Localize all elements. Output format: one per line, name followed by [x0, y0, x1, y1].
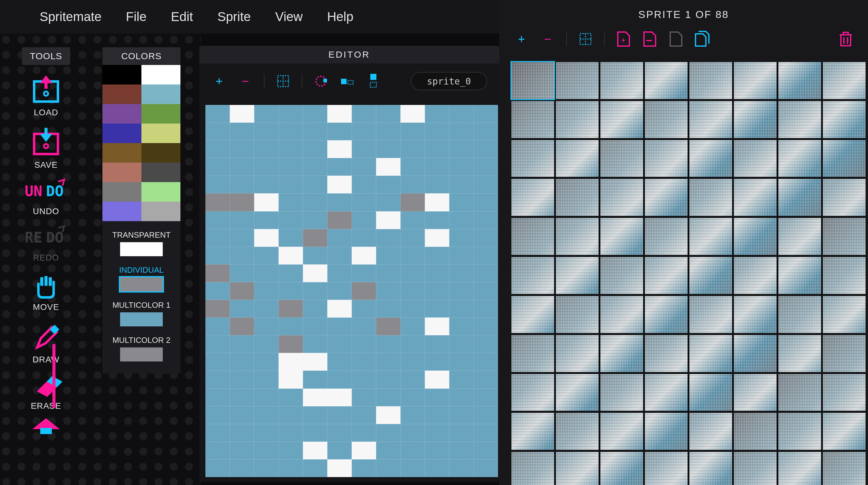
pixel[interactable]	[279, 317, 303, 335]
pixel[interactable]	[352, 264, 376, 282]
tool-undo[interactable]: UN DO UNDO	[22, 179, 70, 216]
pixel[interactable]	[401, 389, 425, 406]
pixel[interactable]	[254, 211, 279, 229]
new-sprite-button[interactable]: +	[616, 31, 631, 47]
pixel[interactable]	[206, 176, 230, 193]
pixel[interactable]	[254, 193, 279, 211]
pixel[interactable]	[352, 158, 376, 176]
pixel[interactable]	[425, 300, 449, 317]
pixel[interactable]	[376, 371, 401, 388]
sprite-tile[interactable]	[645, 413, 688, 450]
pixel[interactable]	[474, 176, 498, 193]
pixel[interactable]	[206, 229, 230, 247]
pixel[interactable]	[474, 317, 498, 335]
pixel[interactable]	[327, 335, 352, 353]
pixel[interactable]	[449, 406, 474, 424]
pixel[interactable]	[327, 158, 352, 176]
pixel[interactable]	[327, 105, 352, 123]
pixel[interactable]	[327, 229, 352, 247]
sprite-tile[interactable]	[600, 140, 643, 177]
sprite-tile[interactable]	[689, 140, 732, 177]
pixel[interactable]	[425, 282, 449, 300]
pixel[interactable]	[206, 389, 230, 406]
sprite-tile[interactable]	[823, 335, 866, 372]
sprite-tile[interactable]	[823, 257, 866, 294]
pixel[interactable]	[449, 229, 474, 247]
sprite-tile[interactable]	[645, 257, 688, 294]
sprite-tile[interactable]	[689, 296, 732, 333]
pixel[interactable]	[376, 176, 401, 193]
sprite-tile[interactable]	[823, 296, 866, 333]
pixel[interactable]	[206, 317, 230, 335]
pixel[interactable]	[254, 459, 279, 477]
pixel[interactable]	[303, 105, 327, 123]
pixel[interactable]	[376, 247, 401, 264]
pixel[interactable]	[230, 353, 254, 371]
shift-left-button[interactable]	[313, 74, 329, 89]
sprite-tile[interactable]	[778, 296, 821, 333]
grid-toggle-button[interactable]	[276, 74, 291, 89]
pixel[interactable]	[376, 389, 401, 406]
pixel[interactable]	[376, 193, 401, 211]
sprite-tile[interactable]	[556, 257, 598, 294]
pixel[interactable]	[401, 229, 425, 247]
pixel[interactable]	[279, 229, 303, 247]
pixel[interactable]	[303, 300, 327, 317]
pixel[interactable]	[206, 300, 230, 317]
pixel[interactable]	[303, 123, 327, 140]
pixel[interactable]	[401, 158, 425, 176]
pixel[interactable]	[230, 140, 254, 158]
pixel[interactable]	[376, 335, 401, 353]
pixel[interactable]	[474, 353, 498, 371]
palette-color-7[interactable]	[142, 123, 180, 143]
pixel[interactable]	[327, 371, 352, 388]
pixel[interactable]	[254, 424, 279, 442]
pixel[interactable]	[449, 264, 474, 282]
pixel[interactable]	[254, 317, 279, 335]
pixel[interactable]	[279, 406, 303, 424]
pixel[interactable]	[401, 424, 425, 442]
pixel[interactable]	[254, 105, 279, 123]
pixel[interactable]	[230, 247, 254, 264]
pixel[interactable]	[327, 140, 352, 158]
sprite-tile[interactable]	[778, 218, 821, 255]
pixel[interactable]	[449, 211, 474, 229]
pixel[interactable]	[279, 335, 303, 353]
pixel[interactable]	[352, 424, 376, 442]
sprite-tile[interactable]	[734, 101, 777, 138]
pixel[interactable]	[474, 389, 498, 406]
pixel[interactable]	[303, 247, 327, 264]
sprite-tile[interactable]	[556, 101, 598, 138]
pixel[interactable]	[425, 176, 449, 193]
pixel[interactable]	[206, 353, 230, 371]
pixel[interactable]	[303, 406, 327, 424]
pixel[interactable]	[206, 123, 230, 140]
pixel[interactable]	[327, 459, 352, 477]
menu-edit[interactable]: Edit	[171, 9, 193, 24]
sprite-tile[interactable]	[823, 452, 866, 485]
palette-color-5[interactable]	[142, 104, 180, 123]
pixel[interactable]	[279, 389, 303, 406]
pixel[interactable]	[303, 459, 327, 477]
sprite-tile[interactable]	[600, 413, 643, 450]
pixel[interactable]	[449, 176, 474, 193]
pixel[interactable]	[352, 247, 376, 264]
pixel[interactable]	[279, 442, 303, 459]
pixel[interactable]	[206, 282, 230, 300]
pixel[interactable]	[425, 317, 449, 335]
pixel[interactable]	[376, 229, 401, 247]
sprite-tile[interactable]	[778, 413, 821, 450]
pixel[interactable]	[474, 158, 498, 176]
pixel[interactable]	[279, 123, 303, 140]
pixel[interactable]	[303, 424, 327, 442]
pixel[interactable]	[352, 193, 376, 211]
pixel[interactable]	[474, 442, 498, 459]
sprite-tile[interactable]	[645, 296, 688, 333]
pixel[interactable]	[230, 335, 254, 353]
sprite-tile[interactable]	[689, 374, 732, 411]
sprite-name-input[interactable]: sprite_0	[411, 72, 487, 90]
pixel[interactable]	[449, 140, 474, 158]
pixel[interactable]	[401, 123, 425, 140]
pixel[interactable]	[401, 247, 425, 264]
sprite-tile[interactable]	[512, 374, 554, 411]
